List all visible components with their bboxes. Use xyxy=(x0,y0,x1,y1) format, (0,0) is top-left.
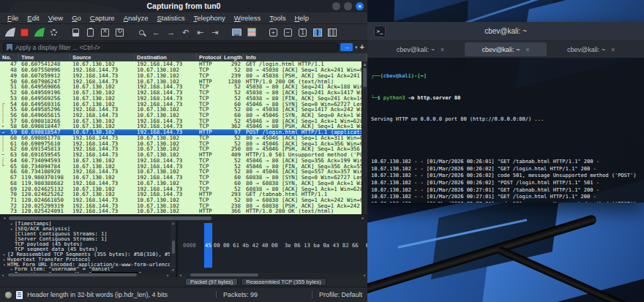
tab-close-icon[interactable]: × xyxy=(441,46,444,53)
terminal-tab[interactable]: cbev@kali: ~ × xyxy=(379,42,461,56)
expand-arrow-icon[interactable]: ▸ xyxy=(9,267,15,271)
terminal-tab[interactable]: cbev@kali: ~ × xyxy=(550,42,632,56)
packet-list-scrollbar[interactable]: ▲ xyxy=(362,61,367,214)
packet-row[interactable]: ┆ 60 60.690861778 192.168.144.73 10.67.1… xyxy=(0,135,367,141)
tab-close-icon[interactable]: × xyxy=(611,46,615,53)
byte-view-tab[interactable]: Packet (97 bytes) xyxy=(185,278,238,287)
packet-row[interactable]: 47 60.607541248 10.67.130.102 192.168.14… xyxy=(0,61,367,67)
details-vscrollbar[interactable]: ▴▾ xyxy=(171,221,176,273)
packet-row[interactable]: ┆ 55 60.649585296 192.168.144.73 10.67.1… xyxy=(0,107,367,113)
expand-arrow-icon[interactable]: ▸ xyxy=(1,257,7,262)
menu-item[interactable]: Edit xyxy=(23,14,43,22)
auto-scroll-icon[interactable] xyxy=(231,26,243,39)
capture-comment-icon[interactable] xyxy=(16,291,23,299)
go-back-icon[interactable]: ← xyxy=(150,26,162,39)
maximize-button[interactable] xyxy=(344,2,352,10)
filter-dropdown-icon[interactable]: ▾ xyxy=(355,45,358,50)
column-length[interactable]: Length xyxy=(222,53,244,61)
restart-capture-icon[interactable] xyxy=(33,26,45,39)
reload-file-icon[interactable] xyxy=(113,26,126,39)
expand-arrow-icon[interactable]: ▸ xyxy=(9,227,15,231)
menu-item[interactable]: Capture xyxy=(86,14,119,22)
resize-columns-icon[interactable] xyxy=(311,26,323,39)
packet-row[interactable]: → 59 60.690818547 10.67.130.102 192.168.… xyxy=(0,129,367,135)
zoom-in-icon[interactable]: + xyxy=(267,26,280,39)
menu-item[interactable]: Statistics xyxy=(152,14,189,22)
detail-tree-item[interactable]: TCP segment data (45 bytes) xyxy=(1,246,170,252)
close-button[interactable]: × xyxy=(356,2,364,10)
bytes-hscrollbar[interactable]: ◂▸ xyxy=(178,273,367,277)
packet-list-hscrollbar[interactable]: ◂ ▸ xyxy=(0,214,367,221)
packet-row[interactable]: 68 119.980388682 192.168.144.73 10.67.13… xyxy=(0,180,367,186)
close-file-icon[interactable] xyxy=(99,26,111,39)
detail-tree-item[interactable]: ▸ [Timestamps] xyxy=(1,222,170,227)
packet-row[interactable]: 73 120.025424091 192.168.144.73 10.67.13… xyxy=(0,208,367,214)
menu-item[interactable]: Telephony xyxy=(190,14,230,22)
zoom-out-icon[interactable]: − xyxy=(282,26,294,39)
detail-tree-item[interactable]: ▾ HTML Form URL Encoded: application/x-w… xyxy=(1,262,170,267)
filter-bookmark-icon[interactable] xyxy=(7,44,12,51)
packet-row[interactable]: ─ 63 60.691659545 192.168.144.73 10.67.1… xyxy=(0,152,367,158)
terminal-titlebar[interactable]: >_ cbev@kali: ~ xyxy=(367,22,644,41)
minimize-button[interactable] xyxy=(332,2,340,10)
packet-row[interactable]: 48 60.607550996 192.168.144.73 10.67.130… xyxy=(0,67,367,73)
profile-label[interactable]: Profile: Default xyxy=(312,291,362,298)
packet-row[interactable]: 67 119.980370198 10.67.130.102 192.168.1… xyxy=(0,175,367,181)
packet-row[interactable]: 71 120.024661850 192.168.144.73 10.67.13… xyxy=(0,197,367,203)
menu-item[interactable]: File xyxy=(3,14,23,22)
detail-tree-item[interactable]: ▸ [SEQ/ACK analysis] xyxy=(1,227,170,232)
stop-capture-icon[interactable] xyxy=(18,26,31,39)
terminal-tab[interactable]: cbev@kali: ~ × xyxy=(465,42,547,56)
hex-row[interactable]: 0000 45 00 00 61 4b 42 40 00 3e 06 13 ba… xyxy=(183,223,367,268)
go-to-packet-icon[interactable]: ↶ xyxy=(179,26,192,39)
column-no[interactable]: No. xyxy=(0,53,19,61)
colorize-packets-icon[interactable] xyxy=(245,26,258,39)
hscrollbar-thumb[interactable] xyxy=(9,216,211,220)
packet-row[interactable]: 66 60.734108920 192.168.144.73 10.67.130… xyxy=(0,169,367,175)
apply-filter-icon[interactable]: → xyxy=(340,43,353,51)
menu-item[interactable]: Help xyxy=(290,14,313,22)
packet-row[interactable]: 70 120.024625262 10.67.130.102 192.168.1… xyxy=(0,192,367,197)
go-forward-icon[interactable]: → xyxy=(165,26,177,39)
find-packet-icon[interactable] xyxy=(135,26,148,39)
details-hscrollbar[interactable]: ◂▸ xyxy=(0,273,171,277)
packet-row[interactable]: ┆ 57 60.690818266 10.67.130.102 192.168.… xyxy=(0,118,367,124)
next-packet-icon[interactable]: ⇥ xyxy=(209,26,221,39)
menu-item[interactable]: Tools xyxy=(265,14,290,22)
packet-row[interactable]: ┆ 61 60.690975610 192.168.144.73 10.67.1… xyxy=(0,140,367,146)
add-filter-button[interactable]: + xyxy=(360,43,364,51)
detail-tree-item[interactable]: ▸ [2 Reassembled TCP Segments (355 bytes… xyxy=(1,252,170,257)
tab-close-icon[interactable]: × xyxy=(525,46,529,53)
expand-arrow-icon[interactable]: ▸ xyxy=(9,222,15,226)
column-protocol[interactable]: Protocol xyxy=(197,53,222,61)
packet-row[interactable]: ┆ 62 60.691545813 192.168.144.73 10.67.1… xyxy=(0,146,367,152)
packet-row[interactable]: ┆ 64 60.734094593 10.67.130.102 192.168.… xyxy=(0,157,367,163)
packet-row[interactable]: 51 60.649569066 10.67.130.102 192.168.14… xyxy=(0,84,367,90)
menu-item[interactable]: Wireless xyxy=(230,14,265,22)
capture-options-icon[interactable] xyxy=(48,26,60,39)
expand-arrow-icon[interactable]: ▸ xyxy=(1,252,7,257)
packet-row[interactable]: 50 60.607986247 192.168.144.73 10.67.130… xyxy=(0,78,367,84)
packet-row[interactable]: 72 120.025299319 192.168.144.73 10.67.13… xyxy=(0,203,367,208)
packet-row[interactable]: 49 60.607859912 192.168.144.73 10.67.130… xyxy=(0,72,367,78)
detail-tree-item[interactable]: ▸ Hypertext Transfer Protocol xyxy=(1,257,170,262)
column-destination[interactable]: Destination xyxy=(135,53,197,61)
detail-tree-item[interactable]: TCP payload (45 bytes) xyxy=(1,242,170,247)
start-capture-icon[interactable] xyxy=(4,26,16,39)
detail-tree-item[interactable]: [Client Contiguous Streams: 1] xyxy=(1,232,170,237)
scrollbar-thumb[interactable] xyxy=(363,68,367,87)
column-source[interactable]: Source xyxy=(70,53,135,61)
reset-layout-icon[interactable] xyxy=(326,26,338,39)
terminal-body[interactable]: ┌──(cbev@kali)-[~] └─$ python3 -m http.s… xyxy=(367,58,644,203)
packet-row[interactable]: 52 60.649569196 10.67.130.102 192.168.14… xyxy=(0,90,367,96)
detail-tree-item[interactable]: ▸ Form item: "username" = "daniel" xyxy=(1,267,170,272)
column-time[interactable]: Time xyxy=(19,53,70,61)
open-file-icon[interactable] xyxy=(70,26,82,39)
menu-item[interactable]: Analyze xyxy=(119,14,153,22)
column-info[interactable]: Info xyxy=(244,53,367,61)
packet-row[interactable]: ┌ 54 60.649569316 10.67.130.102 192.168.… xyxy=(0,101,367,107)
packet-row[interactable]: • 58 60.690818447 10.67.130.102 192.168.… xyxy=(0,124,367,129)
packet-row[interactable]: ┆ 56 60.649665615 192.168.144.73 10.67.1… xyxy=(0,113,367,118)
wireshark-titlebar[interactable]: Capturing from tun0 × xyxy=(0,0,367,12)
display-filter-input[interactable]: Apply a display filter ... <Ctrl-/> xyxy=(3,42,338,52)
